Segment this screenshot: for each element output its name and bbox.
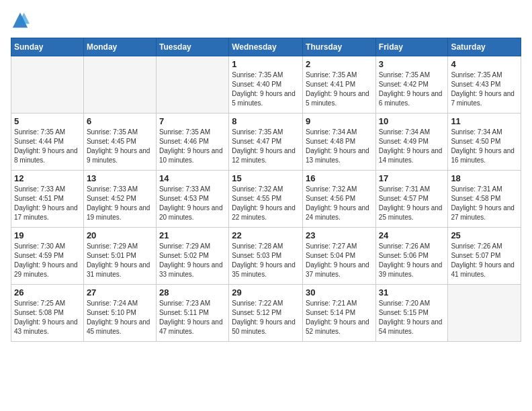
day-info: Sunrise: 7:35 AM Sunset: 4:41 PM Dayligh… bbox=[306, 71, 373, 108]
column-header-saturday: Saturday bbox=[448, 38, 521, 56]
calendar-cell: 14Sunrise: 7:33 AM Sunset: 4:53 PM Dayli… bbox=[156, 171, 228, 228]
day-number: 28 bbox=[159, 287, 226, 298]
day-number: 29 bbox=[232, 287, 300, 298]
calendar-header-row: SundayMondayTuesdayWednesdayThursdayFrid… bbox=[11, 38, 521, 56]
day-number: 25 bbox=[451, 230, 518, 240]
calendar-cell: 8Sunrise: 7:35 AM Sunset: 4:47 PM Daylig… bbox=[229, 113, 303, 171]
calendar-cell: 20Sunrise: 7:29 AM Sunset: 5:01 PM Dayli… bbox=[83, 228, 156, 285]
day-number: 6 bbox=[87, 116, 153, 126]
day-info: Sunrise: 7:27 AM Sunset: 5:04 PM Dayligh… bbox=[306, 242, 373, 279]
day-info: Sunrise: 7:35 AM Sunset: 4:42 PM Dayligh… bbox=[379, 71, 445, 108]
day-number: 20 bbox=[87, 230, 153, 240]
day-number: 26 bbox=[14, 287, 81, 298]
day-number: 16 bbox=[306, 173, 373, 183]
day-number: 5 bbox=[14, 116, 81, 126]
day-info: Sunrise: 7:22 AM Sunset: 5:12 PM Dayligh… bbox=[232, 299, 300, 336]
day-info: Sunrise: 7:32 AM Sunset: 4:56 PM Dayligh… bbox=[306, 185, 373, 222]
day-number: 31 bbox=[379, 287, 445, 298]
day-info: Sunrise: 7:34 AM Sunset: 4:49 PM Dayligh… bbox=[379, 128, 445, 165]
day-number: 3 bbox=[379, 59, 445, 69]
column-header-sunday: Sunday bbox=[11, 38, 84, 56]
calendar-cell: 23Sunrise: 7:27 AM Sunset: 5:04 PM Dayli… bbox=[303, 228, 376, 285]
logo-icon bbox=[11, 11, 30, 30]
day-info: Sunrise: 7:30 AM Sunset: 4:59 PM Dayligh… bbox=[14, 242, 81, 279]
day-info: Sunrise: 7:21 AM Sunset: 5:14 PM Dayligh… bbox=[306, 299, 373, 336]
calendar-cell: 24Sunrise: 7:26 AM Sunset: 5:06 PM Dayli… bbox=[375, 228, 448, 285]
week-row-5: 26Sunrise: 7:25 AM Sunset: 5:08 PM Dayli… bbox=[11, 285, 521, 342]
day-info: Sunrise: 7:33 AM Sunset: 4:53 PM Dayligh… bbox=[159, 185, 226, 222]
day-info: Sunrise: 7:35 AM Sunset: 4:46 PM Dayligh… bbox=[159, 128, 226, 165]
day-info: Sunrise: 7:32 AM Sunset: 4:55 PM Dayligh… bbox=[232, 185, 300, 222]
column-header-tuesday: Tuesday bbox=[156, 38, 228, 56]
calendar-cell: 25Sunrise: 7:26 AM Sunset: 5:07 PM Dayli… bbox=[448, 228, 521, 285]
column-header-monday: Monday bbox=[83, 38, 156, 56]
calendar-cell: 9Sunrise: 7:34 AM Sunset: 4:48 PM Daylig… bbox=[303, 113, 376, 171]
day-info: Sunrise: 7:31 AM Sunset: 4:57 PM Dayligh… bbox=[379, 185, 445, 222]
week-row-1: 1Sunrise: 7:35 AM Sunset: 4:40 PM Daylig… bbox=[11, 56, 521, 113]
day-number: 22 bbox=[232, 230, 300, 240]
day-info: Sunrise: 7:24 AM Sunset: 5:10 PM Dayligh… bbox=[87, 299, 153, 336]
column-header-thursday: Thursday bbox=[303, 38, 376, 56]
day-info: Sunrise: 7:20 AM Sunset: 5:15 PM Dayligh… bbox=[379, 299, 445, 336]
day-info: Sunrise: 7:23 AM Sunset: 5:11 PM Dayligh… bbox=[159, 299, 226, 336]
calendar-cell: 13Sunrise: 7:33 AM Sunset: 4:52 PM Dayli… bbox=[83, 171, 156, 228]
calendar-cell: 18Sunrise: 7:31 AM Sunset: 4:58 PM Dayli… bbox=[448, 171, 521, 228]
calendar-cell: 7Sunrise: 7:35 AM Sunset: 4:46 PM Daylig… bbox=[156, 113, 228, 171]
calendar-cell: 16Sunrise: 7:32 AM Sunset: 4:56 PM Dayli… bbox=[303, 171, 376, 228]
calendar-cell bbox=[448, 285, 521, 342]
day-info: Sunrise: 7:26 AM Sunset: 5:07 PM Dayligh… bbox=[451, 242, 518, 279]
day-number: 15 bbox=[232, 173, 300, 183]
calendar-cell: 21Sunrise: 7:29 AM Sunset: 5:02 PM Dayli… bbox=[156, 228, 228, 285]
day-info: Sunrise: 7:25 AM Sunset: 5:08 PM Dayligh… bbox=[14, 299, 81, 336]
calendar-cell: 2Sunrise: 7:35 AM Sunset: 4:41 PM Daylig… bbox=[303, 56, 376, 113]
week-row-2: 5Sunrise: 7:35 AM Sunset: 4:44 PM Daylig… bbox=[11, 113, 521, 171]
day-info: Sunrise: 7:35 AM Sunset: 4:43 PM Dayligh… bbox=[451, 71, 518, 108]
week-row-3: 12Sunrise: 7:33 AM Sunset: 4:51 PM Dayli… bbox=[11, 171, 521, 228]
day-number: 17 bbox=[379, 173, 445, 183]
calendar-cell: 30Sunrise: 7:21 AM Sunset: 5:14 PM Dayli… bbox=[303, 285, 376, 342]
day-number: 10 bbox=[379, 116, 445, 126]
day-number: 27 bbox=[87, 287, 153, 298]
calendar-cell: 22Sunrise: 7:28 AM Sunset: 5:03 PM Dayli… bbox=[229, 228, 303, 285]
calendar-cell: 26Sunrise: 7:25 AM Sunset: 5:08 PM Dayli… bbox=[11, 285, 84, 342]
day-info: Sunrise: 7:29 AM Sunset: 5:02 PM Dayligh… bbox=[159, 242, 226, 279]
day-info: Sunrise: 7:35 AM Sunset: 4:47 PM Dayligh… bbox=[232, 128, 300, 165]
calendar-cell: 5Sunrise: 7:35 AM Sunset: 4:44 PM Daylig… bbox=[11, 113, 84, 171]
week-row-4: 19Sunrise: 7:30 AM Sunset: 4:59 PM Dayli… bbox=[11, 228, 521, 285]
calendar-cell bbox=[83, 56, 156, 113]
day-number: 4 bbox=[451, 59, 518, 69]
day-number: 19 bbox=[14, 230, 81, 240]
calendar-cell: 17Sunrise: 7:31 AM Sunset: 4:57 PM Dayli… bbox=[375, 171, 448, 228]
calendar-cell: 15Sunrise: 7:32 AM Sunset: 4:55 PM Dayli… bbox=[229, 171, 303, 228]
column-header-wednesday: Wednesday bbox=[229, 38, 303, 56]
calendar-cell: 3Sunrise: 7:35 AM Sunset: 4:42 PM Daylig… bbox=[375, 56, 448, 113]
day-number: 21 bbox=[159, 230, 226, 240]
column-header-friday: Friday bbox=[375, 38, 448, 56]
day-number: 13 bbox=[87, 173, 153, 183]
day-number: 11 bbox=[451, 116, 518, 126]
day-number: 14 bbox=[159, 173, 226, 183]
day-info: Sunrise: 7:34 AM Sunset: 4:50 PM Dayligh… bbox=[451, 128, 518, 165]
calendar-cell: 29Sunrise: 7:22 AM Sunset: 5:12 PM Dayli… bbox=[229, 285, 303, 342]
day-number: 24 bbox=[379, 230, 445, 240]
day-info: Sunrise: 7:28 AM Sunset: 5:03 PM Dayligh… bbox=[232, 242, 300, 279]
calendar-cell: 10Sunrise: 7:34 AM Sunset: 4:49 PM Dayli… bbox=[375, 113, 448, 171]
day-info: Sunrise: 7:35 AM Sunset: 4:40 PM Dayligh… bbox=[232, 71, 300, 108]
day-info: Sunrise: 7:31 AM Sunset: 4:58 PM Dayligh… bbox=[451, 185, 518, 222]
day-number: 18 bbox=[451, 173, 518, 183]
calendar-cell: 28Sunrise: 7:23 AM Sunset: 5:11 PM Dayli… bbox=[156, 285, 228, 342]
day-info: Sunrise: 7:26 AM Sunset: 5:06 PM Dayligh… bbox=[379, 242, 445, 279]
calendar-cell: 12Sunrise: 7:33 AM Sunset: 4:51 PM Dayli… bbox=[11, 171, 84, 228]
day-number: 7 bbox=[159, 116, 226, 126]
page-header bbox=[11, 11, 521, 30]
day-info: Sunrise: 7:35 AM Sunset: 4:45 PM Dayligh… bbox=[87, 128, 153, 165]
day-number: 30 bbox=[306, 287, 373, 298]
day-info: Sunrise: 7:33 AM Sunset: 4:51 PM Dayligh… bbox=[14, 185, 81, 222]
calendar-cell: 6Sunrise: 7:35 AM Sunset: 4:45 PM Daylig… bbox=[83, 113, 156, 171]
day-info: Sunrise: 7:34 AM Sunset: 4:48 PM Dayligh… bbox=[306, 128, 373, 165]
day-number: 8 bbox=[232, 116, 300, 126]
day-number: 12 bbox=[14, 173, 81, 183]
day-info: Sunrise: 7:35 AM Sunset: 4:44 PM Dayligh… bbox=[14, 128, 81, 165]
logo bbox=[11, 11, 32, 30]
day-info: Sunrise: 7:29 AM Sunset: 5:01 PM Dayligh… bbox=[87, 242, 153, 279]
